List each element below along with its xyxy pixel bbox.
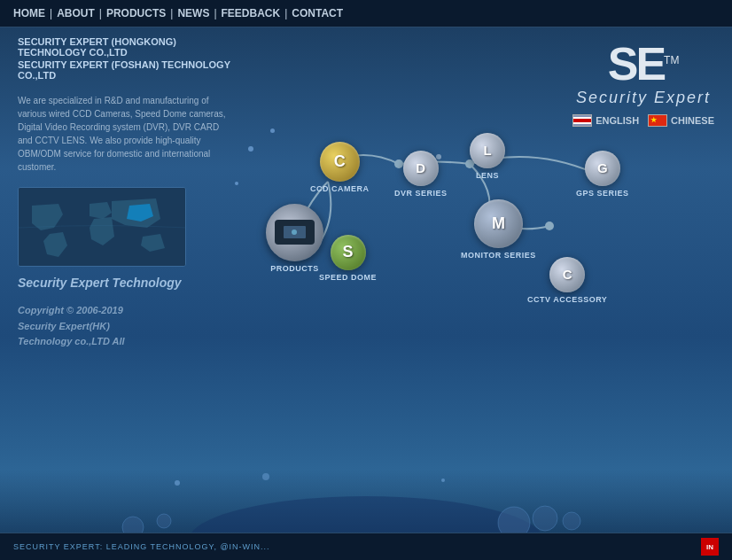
svg-point-15 [157,514,171,528]
copyright-text: Copyright © 2006-2019Security Expert(HK)… [18,303,239,350]
left-header: SECURITY EXPERT (HONGKONG) TECHNOLOGY CO… [18,36,239,350]
products-label: PRODUCTS [266,264,323,273]
product-diagram: PRODUCTS C CCD CAMERA D DVR SERIES L LEN… [222,58,718,377]
deco-dot-3 [270,128,275,133]
nav-products[interactable]: PRODUCTS [106,7,166,19]
navigation: HOME | ABOUT | PRODUCTS | NEWS | FEEDBAC… [0,0,732,27]
brand-tagline: Security Expert Technology [18,276,239,290]
nav-home[interactable]: HOME [13,7,45,19]
nav-news[interactable]: NEWS [177,7,209,19]
speed-dome-node[interactable]: S SPEED DOME [319,235,377,282]
footer-text: SECURITY EXPERT: LEADING TECHNOLOGY, @IN… [13,542,270,551]
company-description: We are specialized in R&D and manufactur… [18,94,230,174]
page-footer: SECURITY EXPERT: LEADING TECHNOLOGY, @IN… [0,533,732,560]
footer-logo-icon: IN [701,538,719,556]
svg-point-17 [533,506,557,531]
svg-point-19 [175,480,180,486]
speed-dome-label: SPEED DOME [319,273,377,282]
company-name-2: SECURITY EXPERT (FOSHAN) TECHNOLOGY CO.,… [18,59,239,81]
gps-series-label: GPS SERIES [576,189,629,198]
products-node[interactable]: PRODUCTS [266,204,323,273]
nav-feedback[interactable]: FEEDBACK [222,7,281,19]
dvr-series-node[interactable]: D DVR SERIES [394,151,448,198]
monitor-series-node[interactable]: M MONITOR SERIES [461,199,536,260]
gps-series-node[interactable]: G GPS SERIES [576,151,629,198]
ccd-camera-label: CCD CAMERA [310,184,370,193]
dvr-series-label: DVR SERIES [394,189,448,198]
monitor-series-label: MONITOR SERIES [461,251,536,260]
ccd-camera-node[interactable]: C CCD CAMERA [310,142,370,193]
world-map [18,187,186,267]
svg-point-12 [292,229,297,235]
company-name-1: SECURITY EXPERT (HONGKONG) TECHNOLOGY CO… [18,36,239,58]
svg-point-21 [441,478,445,482]
nav-contact[interactable]: CONTACT [292,7,343,19]
lens-label: LENS [470,171,505,180]
deco-dot-1 [248,146,253,152]
nav-about[interactable]: ABOUT [57,7,95,19]
svg-point-6 [545,222,554,230]
lens-node[interactable]: L LENS [470,133,505,180]
bottom-decoration [0,470,732,541]
svg-point-18 [563,512,580,530]
svg-point-20 [262,473,269,480]
cctv-accessory-label: CCTV ACCESSORY [527,295,607,304]
deco-dot-2 [235,182,238,185]
cctv-accessory-node[interactable]: C CCTV ACCESSORY [527,257,607,304]
